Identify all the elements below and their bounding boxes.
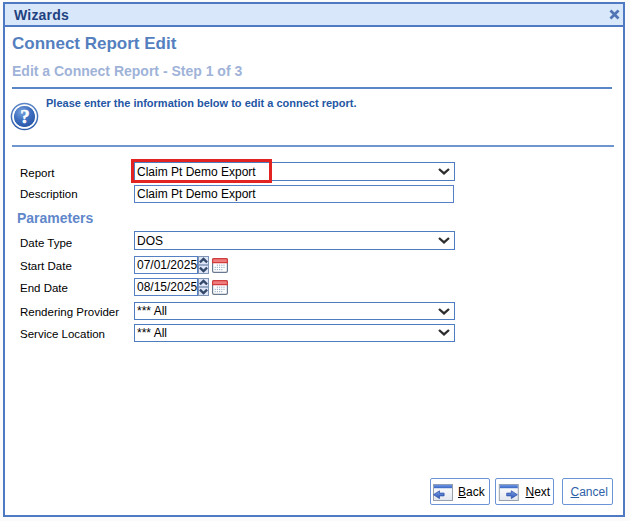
svg-text:?: ?: [20, 106, 30, 127]
